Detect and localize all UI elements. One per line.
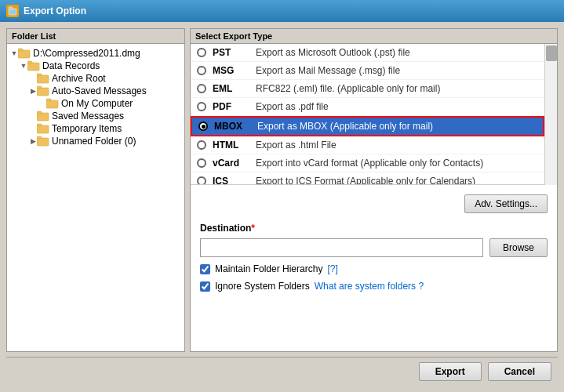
tree-label-auto-saved: Auto-Saved Messages xyxy=(52,85,147,96)
expand-arrow-unnamed[interactable]: ▶ xyxy=(29,137,37,145)
maintain-hierarchy-row: Maintain Folder Hierarchy [?] xyxy=(200,263,548,274)
svg-rect-1 xyxy=(9,7,13,9)
footer: Export Cancel xyxy=(6,357,558,386)
export-row-ics[interactable]: ICS Export to ICS Format (Applicable onl… xyxy=(191,172,544,185)
title-bar-icon xyxy=(6,5,19,17)
folder-icon-temporary xyxy=(37,123,49,134)
hierarchy-help-link[interactable]: [?] xyxy=(327,263,337,274)
export-desc-eml: RFC822 (.eml) file. (Applicable only for… xyxy=(256,83,440,94)
export-type-panel: Select Export Type PST Export as Microso… xyxy=(190,28,558,352)
cancel-button[interactable]: Cancel xyxy=(488,362,551,381)
folder-icon-saved xyxy=(37,111,49,122)
export-row-msg[interactable]: MSG Export as Mail Message (.msg) file xyxy=(191,62,544,80)
export-row-pdf[interactable]: PDF Export as .pdf file xyxy=(191,98,544,116)
svg-rect-8 xyxy=(37,88,49,96)
expand-arrow-drive[interactable]: ▼ xyxy=(10,49,18,57)
maintain-hierarchy-label: Maintain Folder Hierarchy xyxy=(215,263,322,274)
window-title: Export Option xyxy=(24,5,86,16)
export-desc-vcard: Export into vCard format (Applicable onl… xyxy=(256,158,483,169)
svg-rect-14 xyxy=(37,125,49,133)
export-row-eml[interactable]: EML RFC822 (.eml) file. (Applicable only… xyxy=(191,80,544,98)
svg-rect-5 xyxy=(27,61,32,64)
svg-rect-12 xyxy=(37,113,49,121)
radio-pdf[interactable] xyxy=(197,102,206,111)
tree-label-unnamed: Unnamed Folder (0) xyxy=(52,136,136,147)
tree-label-archive-root: Archive Root xyxy=(52,73,106,84)
export-type-list[interactable]: PST Export as Microsoft Outlook (.pst) f… xyxy=(191,44,544,185)
export-desc-ics: Export to ICS Format (Applicable only fo… xyxy=(256,176,475,185)
tree-item-saved-messages[interactable]: Saved Messages xyxy=(7,110,184,122)
tree-item-temporary[interactable]: Temporary Items xyxy=(7,122,184,135)
scrollbar[interactable] xyxy=(544,44,557,185)
svg-rect-7 xyxy=(37,74,42,76)
ignore-system-checkbox[interactable] xyxy=(200,281,210,292)
export-type-label-ics: ICS xyxy=(213,176,256,185)
svg-rect-17 xyxy=(37,136,42,139)
svg-rect-4 xyxy=(27,63,39,71)
what-are-link[interactable]: What are system folders ? xyxy=(315,281,424,292)
title-bar: Export Option xyxy=(0,0,564,22)
svg-rect-16 xyxy=(37,138,49,146)
drive-icon xyxy=(18,48,31,59)
svg-rect-15 xyxy=(37,124,42,126)
radio-html[interactable] xyxy=(197,140,206,150)
radio-mbox[interactable] xyxy=(198,122,208,131)
ignore-system-label: Ignore System Folders xyxy=(215,281,310,292)
tree-label-data-records: Data Records xyxy=(42,60,100,71)
svg-rect-3 xyxy=(18,49,23,51)
radio-ics[interactable] xyxy=(197,176,206,185)
export-row-vcard[interactable]: vCard Export into vCard format (Applicab… xyxy=(191,154,544,172)
folder-icon-unnamed xyxy=(37,136,49,147)
bottom-section: Adv. Settings... Destination* Browse xyxy=(191,185,557,298)
tree-label-drive: D:\Compressed2011.dmg xyxy=(33,48,140,59)
export-desc-html: Export as .html File xyxy=(256,140,337,151)
tree-item-data-records[interactable]: ▼ Data Records xyxy=(7,60,184,72)
folder-icon-auto-saved xyxy=(37,85,49,96)
ignore-system-row: Ignore System Folders What are system fo… xyxy=(200,281,548,292)
export-button[interactable]: Export xyxy=(419,362,482,381)
export-desc-msg: Export as Mail Message (.msg) file xyxy=(256,65,400,76)
tree-item-auto-saved[interactable]: ▶ Auto-Saved Messages xyxy=(7,85,184,97)
export-desc-pst: Export as Microsoft Outlook (.pst) file xyxy=(256,47,410,58)
export-type-label-eml: EML xyxy=(213,83,256,94)
expand-arrow-auto-saved[interactable]: ▶ xyxy=(29,87,37,95)
tree-item-unnamed[interactable]: ▶ Unnamed Folder (0) xyxy=(7,135,184,147)
tree-label-temporary: Temporary Items xyxy=(52,123,122,134)
export-type-label-pdf: PDF xyxy=(213,101,256,112)
svg-rect-10 xyxy=(46,100,58,108)
radio-msg[interactable] xyxy=(197,66,206,75)
export-type-header: Select Export Type xyxy=(191,29,557,44)
adv-settings-button[interactable]: Adv. Settings... xyxy=(464,194,548,213)
tree-label-on-my-computer: On My Computer xyxy=(61,98,133,109)
destination-row: Browse xyxy=(200,238,548,257)
export-type-label-msg: MSG xyxy=(213,65,256,76)
adv-settings-row: Adv. Settings... xyxy=(200,191,548,216)
destination-label: Destination* xyxy=(200,223,548,234)
export-type-label-pst: PST xyxy=(213,47,256,58)
export-desc-pdf: Export as .pdf file xyxy=(256,101,329,112)
radio-pst[interactable] xyxy=(197,48,206,57)
svg-rect-13 xyxy=(37,111,42,114)
expand-arrow-data-records[interactable]: ▼ xyxy=(20,62,27,70)
folder-open-icon xyxy=(27,60,40,71)
browse-button[interactable]: Browse xyxy=(489,238,548,257)
radio-eml[interactable] xyxy=(197,84,206,93)
export-type-label-html: HTML xyxy=(213,140,256,151)
maintain-hierarchy-checkbox[interactable] xyxy=(200,264,210,274)
tree-item-archive-root[interactable]: Archive Root xyxy=(7,72,184,85)
tree-label-saved-messages: Saved Messages xyxy=(52,111,124,122)
destination-input[interactable] xyxy=(200,238,483,257)
required-marker: * xyxy=(251,223,255,234)
folder-icon-archive xyxy=(37,73,49,84)
export-type-label-vcard: vCard xyxy=(213,158,256,169)
export-row-mbox[interactable]: MBOX Export as MBOX (Applicable only for… xyxy=(191,116,544,136)
folder-tree[interactable]: ▼ D:\Compressed2011.dmg ▼ xyxy=(7,44,184,351)
export-row-pst[interactable]: PST Export as Microsoft Outlook (.pst) f… xyxy=(191,44,544,62)
svg-rect-11 xyxy=(46,99,51,101)
export-desc-mbox: Export as MBOX (Applicable only for mail… xyxy=(257,121,433,132)
tree-item-on-my-computer[interactable]: On My Computer xyxy=(7,97,184,110)
folder-list-header: Folder List xyxy=(7,29,184,44)
radio-vcard[interactable] xyxy=(197,158,206,168)
export-row-html[interactable]: HTML Export as .html File xyxy=(191,136,544,154)
tree-item-drive[interactable]: ▼ D:\Compressed2011.dmg xyxy=(7,47,184,60)
